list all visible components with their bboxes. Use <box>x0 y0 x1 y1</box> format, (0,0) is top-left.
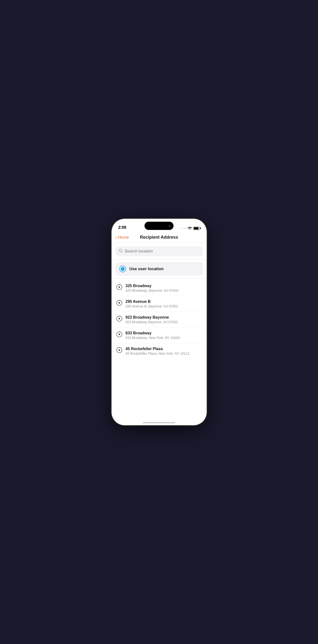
address-item-0[interactable]: 325 Broadway 325 Broadway, Bayonne, NJ 0… <box>112 280 207 296</box>
address-text-1: 295 Avenue B 295 Avenue B, Bayonne, NJ 0… <box>126 300 202 308</box>
search-icon <box>119 249 123 254</box>
address-item-1[interactable]: 295 Avenue B 295 Avenue B, Bayonne, NJ 0… <box>112 296 207 312</box>
address-full-3: 833 Broadway, New York, NY 10003 <box>126 336 202 340</box>
pin-icon-0 <box>116 284 122 290</box>
address-name-3: 833 Broadway <box>126 331 202 335</box>
location-section: Use user location <box>112 260 207 278</box>
address-name-0: 325 Broadway <box>126 284 202 288</box>
screen-content: ‹ Home Recipient Address <box>112 232 207 425</box>
back-label: Home <box>118 235 129 240</box>
svg-point-11 <box>119 318 120 319</box>
svg-point-3 <box>121 267 125 271</box>
svg-line-1 <box>121 252 122 253</box>
radio-selected-icon <box>119 266 126 272</box>
phone-screen: 2:08 <box>112 219 207 425</box>
address-name-1: 295 Avenue B <box>126 300 202 304</box>
home-indicator <box>143 422 175 423</box>
address-full-1: 295 Avenue B, Bayonne, NJ 07002 <box>126 304 202 308</box>
address-item-4[interactable]: 45 Rockefeller Plaza 45 Rockefeller Plaz… <box>112 343 207 359</box>
wifi-icon <box>188 226 192 230</box>
status-icons <box>179 226 200 230</box>
address-text-4: 45 Rockefeller Plaza 45 Rockefeller Plaz… <box>126 347 202 356</box>
nav-header: ‹ Home Recipient Address <box>112 232 207 243</box>
address-item-2[interactable]: 923 Broadway Bayonne 923 Broadway Bayonn… <box>112 312 207 328</box>
dynamic-island <box>144 222 174 230</box>
address-full-0: 325 Broadway, Bayonne, NJ 07002 <box>126 288 202 292</box>
svg-point-5 <box>119 286 120 288</box>
status-time: 2:08 <box>118 225 126 230</box>
svg-point-17 <box>119 350 120 351</box>
address-text-0: 325 Broadway 325 Broadway, Bayonne, NJ 0… <box>126 284 202 292</box>
pin-icon-2 <box>116 316 122 322</box>
svg-point-8 <box>119 302 120 304</box>
camera-dot <box>168 224 171 227</box>
back-chevron-icon: ‹ <box>115 235 117 240</box>
search-section <box>112 243 207 260</box>
pin-icon-4 <box>116 347 122 353</box>
address-full-4: 45 Rockefeller Plaza, New York, NY 10111 <box>126 352 202 356</box>
address-text-2: 923 Broadway Bayonne 923 Broadway Bayonn… <box>126 315 202 324</box>
use-location-button[interactable]: Use user location <box>115 262 203 276</box>
back-button[interactable]: ‹ Home <box>115 235 129 240</box>
phone-frame: 2:08 <box>112 219 207 425</box>
address-list: 325 Broadway 325 Broadway, Bayonne, NJ 0… <box>112 278 207 361</box>
address-item-3[interactable]: 833 Broadway 833 Broadway, New York, NY … <box>112 328 207 343</box>
svg-point-14 <box>119 334 120 335</box>
pin-icon-1 <box>116 300 122 306</box>
search-bar[interactable] <box>115 246 203 256</box>
address-full-2: 923 Broadway Bayonne, NJ 07002 <box>126 320 202 324</box>
use-location-label: Use user location <box>129 266 164 271</box>
address-name-2: 923 Broadway Bayonne <box>126 315 202 320</box>
signal-icon <box>179 228 186 229</box>
pin-icon-3 <box>116 332 122 337</box>
search-input[interactable] <box>125 249 199 254</box>
address-text-3: 833 Broadway 833 Broadway, New York, NY … <box>126 331 202 340</box>
battery-icon <box>193 227 200 230</box>
address-name-4: 45 Rockefeller Plaza <box>126 347 202 351</box>
page-title: Recipient Address <box>140 235 178 240</box>
